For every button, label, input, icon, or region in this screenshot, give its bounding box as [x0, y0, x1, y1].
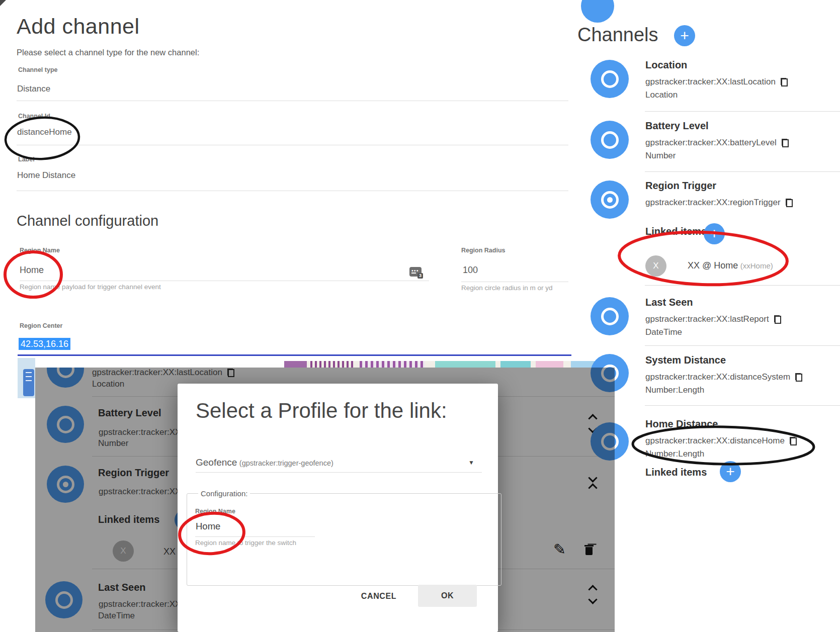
- channel-title: Battery Level: [645, 120, 709, 132]
- corner-artifact: [0, 0, 6, 6]
- battery-channel-icon: [591, 121, 629, 159]
- channel-type-field[interactable]: Distance: [17, 84, 50, 94]
- divider: [20, 281, 429, 281]
- channel-kind: Number:Length: [645, 385, 704, 395]
- map-fragment-strip: [284, 361, 620, 368]
- divider: [645, 171, 840, 172]
- last-seen-channel-icon: [591, 297, 629, 335]
- configuration-fieldset: Configuration: Region Name Home Region n…: [187, 489, 501, 586]
- region-name-input[interactable]: Home: [196, 521, 220, 532]
- region-radius-label: Region Radius: [461, 247, 506, 254]
- channel-title: Region Trigger: [645, 180, 716, 192]
- selected-text: 42.53,16.16: [19, 338, 70, 350]
- linked-items-label: Linked items: [645, 226, 707, 237]
- page-subtitle: Please select a channel type for the new…: [17, 48, 199, 57]
- profile-dialog: Select a Profile for the link: Geofence …: [178, 384, 498, 632]
- divider: [645, 111, 840, 112]
- chevron-down-icon[interactable]: ▼: [468, 459, 474, 466]
- channel-kind: DateTime: [645, 327, 682, 337]
- channel-type-label: Channel type: [18, 66, 58, 73]
- add-linked-item-button[interactable]: +: [704, 223, 725, 244]
- divider: [645, 345, 840, 346]
- channel-title: System Distance: [645, 354, 726, 366]
- region-trigger-channel-icon: [591, 180, 629, 219]
- label-field[interactable]: Home Distance: [17, 170, 75, 180]
- divider: [17, 191, 568, 191]
- map-zoom-control[interactable]: [23, 369, 34, 396]
- region-name-label: Region Name: [20, 247, 60, 254]
- divider: [645, 285, 840, 286]
- copy-icon[interactable]: [790, 437, 797, 445]
- add-linked-item-button[interactable]: +: [720, 461, 741, 482]
- avatar: X: [645, 255, 666, 277]
- channel-id-line: gpstracker:tracker:XX:lastLocation: [645, 77, 788, 87]
- ok-button[interactable]: OK: [418, 585, 477, 607]
- channel-id-line: gpstracker:tracker:XX:batteryLevel: [645, 138, 789, 148]
- linked-items-label: Linked items: [645, 467, 707, 478]
- autofill-keyboard-icon[interactable]: ••• 3: [409, 267, 422, 277]
- channel-title: Location: [645, 59, 687, 71]
- profile-select[interactable]: Geofence (gpstracker:trigger-geofence): [196, 457, 333, 468]
- screen: Add channel Please select a channel type…: [0, 0, 840, 632]
- dialog-title: Select a Profile for the link:: [196, 399, 447, 423]
- region-radius-hint: Region circle radius in m or yd: [461, 284, 553, 292]
- channel-id-line: gpstracker:tracker:XX:distanceSystem: [645, 372, 802, 382]
- focused-field-underline: [18, 354, 571, 356]
- channel-kind: Location: [645, 90, 678, 100]
- channels-heading: Channels: [577, 24, 658, 46]
- region-center-label: Region Center: [20, 322, 62, 329]
- divider: [196, 472, 482, 473]
- divider: [17, 145, 568, 145]
- channel-kind: Number:Length: [645, 449, 704, 459]
- channel-id-field[interactable]: distanceHome: [17, 127, 72, 137]
- map-corner: [18, 358, 35, 398]
- channel-title: Home Distance: [645, 418, 718, 430]
- region-name-hint: Region name to trigger the switch: [195, 539, 296, 547]
- annotation-ellipse-distance-home: [630, 424, 821, 468]
- copy-icon[interactable]: [795, 373, 802, 382]
- region-name-label: Region Name: [195, 508, 235, 515]
- cancel-button[interactable]: CANCEL: [355, 587, 403, 605]
- channel-kind: Number: [645, 151, 676, 161]
- channel-id-line: gpstracker:tracker:XX:lastReport: [645, 314, 781, 324]
- channel-id-line: gpstracker:tracker:XX:distanceHome: [645, 436, 797, 446]
- region-name-hint: Region name payload for trigger channel …: [20, 283, 161, 291]
- linked-item-text: XX @ Home (xxHome): [688, 260, 773, 271]
- divider: [17, 101, 568, 101]
- divider: [195, 536, 315, 537]
- divider: [461, 282, 568, 282]
- annotation-ellipse-region-name: [1, 249, 69, 304]
- page-title: Add channel: [17, 14, 140, 39]
- partial-fab-icon[interactable]: [581, 0, 614, 23]
- configuration-legend: Configuration:: [198, 489, 250, 498]
- section-title-channel-configuration: Channel configuration: [17, 213, 158, 229]
- copy-icon[interactable]: [774, 315, 781, 324]
- label-label: Label: [18, 156, 35, 163]
- channel-id-label: Channel Id: [18, 113, 50, 120]
- location-channel-icon: [591, 60, 629, 98]
- copy-icon[interactable]: [782, 139, 789, 147]
- divider: [645, 405, 840, 406]
- copy-icon[interactable]: [786, 199, 793, 207]
- annotation-ellipse-channel-id: [1, 113, 83, 163]
- region-center-field[interactable]: 42.53,16.16: [19, 339, 70, 349]
- region-radius-field[interactable]: 100: [463, 265, 478, 276]
- copy-icon[interactable]: [781, 78, 788, 86]
- channel-title: Last Seen: [645, 297, 693, 308]
- add-channel-button[interactable]: +: [674, 25, 695, 46]
- annotation-ellipse-linked-item: [616, 229, 792, 290]
- channel-id-line: gpstracker:tracker:XX:regionTrigger: [645, 198, 793, 208]
- autofill-badge: 3: [417, 273, 423, 279]
- region-name-field[interactable]: Home: [20, 265, 44, 276]
